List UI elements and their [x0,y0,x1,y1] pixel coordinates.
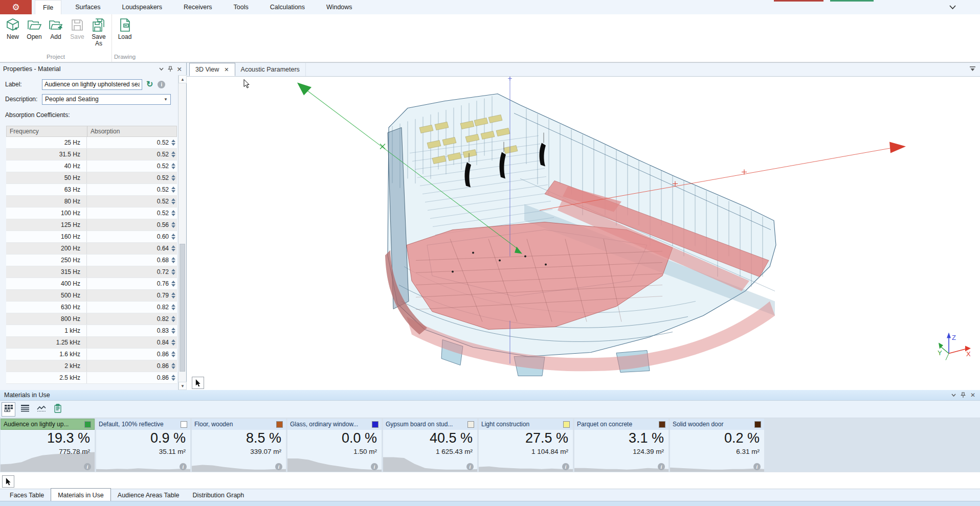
spinner-up-icon[interactable] [171,222,175,224]
save-as-button[interactable]: Save As [88,16,109,54]
absorption-value-cell[interactable]: 0.76 [87,278,177,289]
absorption-spinner[interactable] [171,375,175,381]
close-panel-icon[interactable]: ✕ [177,65,182,73]
spinner-up-icon[interactable] [171,292,175,295]
save-button[interactable]: Save [66,16,88,54]
spinner-down-icon[interactable] [171,284,175,287]
panel-menu-icon[interactable] [951,394,956,397]
material-label-input[interactable] [42,79,142,90]
material-card-default-100-reflective[interactable]: Default, 100% reflective0.9 %35.11 m²i [96,419,190,472]
info-icon[interactable]: i [180,463,187,470]
spinner-down-icon[interactable] [171,261,175,263]
spinner-up-icon[interactable] [171,234,175,236]
absorption-value-cell[interactable]: 0.86 [87,372,177,383]
add-button[interactable]: Add [45,16,66,54]
absorption-spinner[interactable] [171,175,175,181]
spinner-down-icon[interactable] [171,378,175,381]
spinner-down-icon[interactable] [171,237,175,240]
spinner-up-icon[interactable] [171,304,175,307]
spinner-down-icon[interactable] [171,355,175,357]
absorption-spinner[interactable] [171,281,175,287]
menu-item-tools[interactable]: Tools [226,0,256,14]
material-card-solid-wooden-door[interactable]: Solid wooden door0.2 %6.31 m²i [670,419,764,472]
spinner-down-icon[interactable] [171,190,175,193]
menu-item-file[interactable]: File [35,0,61,14]
new-button[interactable]: New [2,16,24,54]
spinner-down-icon[interactable] [171,249,175,251]
spinner-up-icon[interactable] [171,187,175,189]
absorption-value-cell[interactable]: 0.52 [87,137,177,148]
app-menu-button[interactable]: ⚙ [0,0,32,14]
info-icon[interactable]: i [84,463,91,470]
spinner-down-icon[interactable] [171,343,175,346]
absorption-spinner[interactable] [171,140,175,146]
ribbon-collapse-button[interactable] [949,4,956,10]
absorption-value-cell[interactable]: 0.52 [87,172,177,183]
spinner-up-icon[interactable] [171,351,175,354]
spinner-up-icon[interactable] [171,257,175,260]
spinner-up-icon[interactable] [171,198,175,201]
pointer-tool-button[interactable] [2,475,14,488]
spinner-up-icon[interactable] [171,245,175,248]
absorption-value-cell[interactable]: 0.86 [87,360,177,372]
material-card-gypsum-board-on-stud[interactable]: Gypsum board on stud...40.5 %1 625.43 m²… [383,419,477,472]
absorption-spinner[interactable] [171,187,175,193]
absorption-spinner[interactable] [171,316,175,322]
menu-item-surfaces[interactable]: Surfaces [68,0,108,14]
absorption-value-cell[interactable]: 0.52 [87,208,177,219]
absorption-value-cell[interactable]: 0.86 [87,349,177,360]
description-select[interactable]: People and Seating ▼ [42,94,171,105]
absorption-value-cell[interactable]: 0.83 [87,325,177,336]
pointer-tool-button[interactable] [192,377,204,389]
spinner-down-icon[interactable] [171,272,175,275]
material-card-parquet-on-concrete[interactable]: Parquet on concrete3.1 %124.39 m²i [574,419,669,472]
distribution-view-button[interactable] [34,402,48,417]
spinner-down-icon[interactable] [171,308,175,310]
info-icon[interactable]: i [275,463,282,470]
absorption-spinner[interactable] [171,304,175,310]
spinner-up-icon[interactable] [171,316,175,318]
spinner-up-icon[interactable] [171,163,175,166]
spinner-down-icon[interactable] [171,225,175,228]
absorption-value-cell[interactable]: 0.68 [87,255,177,266]
absorption-value-cell[interactable]: 0.84 [87,337,177,348]
absorption-spinner[interactable] [171,151,175,157]
spinner-up-icon[interactable] [171,269,175,271]
menu-item-windows[interactable]: Windows [319,0,360,14]
panel-menu-icon[interactable] [159,67,164,71]
spinner-down-icon[interactable] [171,155,175,157]
absorption-value-cell[interactable]: 0.72 [87,266,177,278]
properties-scrollbar[interactable]: ▲ ▼ [178,75,186,390]
absorption-value-cell[interactable]: 0.64 [87,243,177,254]
spinner-up-icon[interactable] [171,281,175,283]
absorption-spinner[interactable] [171,234,175,240]
absorption-spinner[interactable] [171,269,175,275]
refresh-icon[interactable]: ↻ [146,80,153,88]
scroll-up-icon[interactable]: ▲ [179,75,187,83]
spinner-down-icon[interactable] [171,331,175,334]
absorption-spinner[interactable] [171,328,175,334]
material-card-audience-on-lightly-up[interactable]: Audience on lightly up...19.3 %775.78 m²… [1,419,95,472]
absorption-spinner[interactable] [171,339,175,346]
absorption-spinner[interactable] [171,351,175,357]
absorption-spinner[interactable] [171,257,175,263]
3d-canvas[interactable]: Z X Y [187,77,980,390]
tab-faces-table[interactable]: Faces Table [3,489,51,501]
tab-materials-in-use[interactable]: Materials in Use [51,488,111,501]
absorption-spinner[interactable] [171,198,175,204]
absorption-value-cell[interactable]: 0.82 [87,313,177,325]
tab-3d-view[interactable]: 3D View✕ [189,63,235,76]
spinner-up-icon[interactable] [171,375,175,377]
spinner-up-icon[interactable] [171,363,175,365]
menu-item-receivers[interactable]: Receivers [176,0,220,14]
spinner-up-icon[interactable] [171,328,175,330]
absorption-value-cell[interactable]: 0.79 [87,290,177,301]
spinner-down-icon[interactable] [171,214,175,216]
tab-list-icon[interactable] [969,66,976,74]
material-card-floor-wooden[interactable]: Floor, wooden8.5 %339.07 m²i [192,419,286,472]
absorption-spinner[interactable] [171,222,175,228]
absorption-spinner[interactable] [171,210,175,216]
open-button[interactable]: Open [24,16,45,54]
close-tab-icon[interactable]: ✕ [224,66,229,73]
spinner-up-icon[interactable] [171,140,175,142]
